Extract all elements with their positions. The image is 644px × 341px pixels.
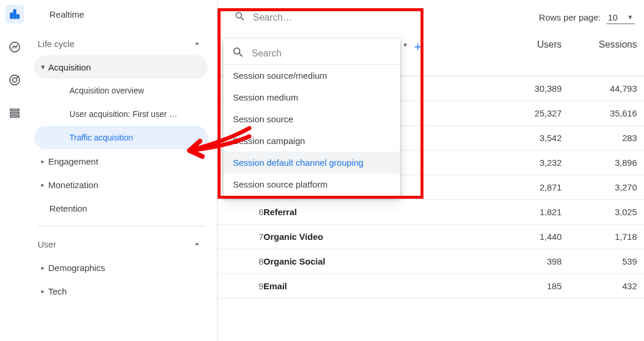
svg-rect-2 bbox=[17, 15, 19, 18]
rail-reports-icon[interactable] bbox=[5, 5, 24, 24]
svg-rect-1 bbox=[14, 10, 16, 19]
sidebar-section-label: Life cycle bbox=[38, 39, 191, 49]
svg-rect-0 bbox=[11, 13, 13, 18]
row-index: 8 bbox=[218, 249, 263, 274]
sidebar-section-user[interactable]: User bbox=[34, 232, 208, 256]
row-users: 1,821 bbox=[479, 200, 562, 225]
sidebar-section-life-cycle[interactable]: Life cycle bbox=[34, 32, 208, 55]
divider bbox=[38, 226, 204, 226]
sidebar-item-label: Monetization bbox=[48, 180, 203, 190]
rail-configure-icon[interactable] bbox=[5, 103, 24, 122]
left-rail bbox=[0, 0, 29, 341]
row-dimension: Organic Video bbox=[263, 225, 479, 249]
svg-rect-8 bbox=[11, 116, 19, 118]
row-sessions: 3,270 bbox=[562, 175, 644, 200]
sidebar-item-label: Acquisition bbox=[48, 62, 203, 72]
table-row[interactable]: 7Organic Video1,4401,718 bbox=[218, 225, 644, 249]
rows-per-page-label: Rows per page: bbox=[539, 12, 600, 22]
row-sessions: 432 bbox=[562, 274, 644, 299]
row-dimension: Email bbox=[263, 274, 479, 299]
caret-right-icon: ▸ bbox=[38, 264, 48, 272]
table-row[interactable]: 8Organic Social398539 bbox=[218, 249, 644, 274]
sidebar-item-monetization[interactable]: ▸ Monetization bbox=[34, 173, 208, 196]
dropdown-option[interactable]: Session source/medium bbox=[223, 65, 400, 86]
row-users: 2,871 bbox=[479, 175, 562, 200]
sidebar-item-label: Retention bbox=[49, 203, 203, 213]
sidebar-item-label: Acquisition overview bbox=[69, 86, 203, 95]
sidebar-item-label: User acquisition: First user … bbox=[69, 109, 203, 119]
dropdown-option[interactable]: Session source platform bbox=[223, 173, 400, 195]
sidebar-item-acq-overview[interactable]: Acquisition overview bbox=[34, 79, 208, 102]
row-users: 3,542 bbox=[479, 126, 562, 151]
table-search-input[interactable] bbox=[253, 12, 382, 23]
main-content: Rows per page: 10 ▼ Session default chan… bbox=[218, 0, 644, 341]
row-dimension: Organic Social bbox=[263, 249, 479, 274]
dropdown-option[interactable]: Session medium bbox=[223, 86, 400, 108]
sidebar-item-label: Traffic acquisition bbox=[69, 133, 203, 142]
sidebar-item-label: Realtime bbox=[49, 9, 203, 19]
column-header-sessions[interactable]: Sessions bbox=[562, 39, 644, 50]
row-dimension: Referral bbox=[263, 200, 479, 225]
row-users: 30,389 bbox=[479, 76, 562, 101]
caret-right-icon: ▸ bbox=[38, 287, 48, 295]
row-users: 398 bbox=[479, 249, 562, 274]
chevron-up-icon bbox=[191, 238, 203, 250]
svg-rect-7 bbox=[11, 112, 19, 114]
sidebar-section-label: User bbox=[38, 239, 191, 249]
search-icon bbox=[234, 11, 246, 24]
row-users: 1,440 bbox=[479, 225, 562, 249]
dropdown-option[interactable]: Session default channel grouping bbox=[223, 152, 400, 173]
row-index: 7 bbox=[218, 225, 263, 249]
svg-rect-6 bbox=[11, 109, 19, 111]
row-sessions: 3,896 bbox=[562, 151, 644, 175]
dimension-dropdown: Session source/mediumSession mediumSessi… bbox=[223, 39, 400, 198]
table-controls: Rows per page: 10 ▼ bbox=[218, 0, 644, 35]
dropdown-search-input[interactable] bbox=[252, 48, 392, 59]
rail-explore-icon[interactable] bbox=[5, 38, 24, 56]
table-row[interactable]: 9Email185432 bbox=[218, 274, 644, 299]
sidebar-item-demographics[interactable]: ▸ Demographics bbox=[34, 256, 208, 279]
dropdown-arrow-icon: ▼ bbox=[402, 42, 408, 48]
rows-per-page-picker[interactable]: Rows per page: 10 ▼ bbox=[539, 11, 635, 24]
sidebar-item-tech[interactable]: ▸ Tech bbox=[34, 279, 208, 303]
row-sessions: 35,616 bbox=[562, 101, 644, 126]
sidebar-item-acquisition[interactable]: ▼ Acquisition bbox=[34, 55, 208, 79]
caret-right-icon: ▸ bbox=[38, 158, 48, 165]
row-sessions: 3,025 bbox=[562, 200, 644, 225]
sidebar-item-label: Engagement bbox=[48, 156, 203, 166]
sidebar-item-engagement[interactable]: ▸ Engagement bbox=[34, 149, 208, 173]
search-icon bbox=[232, 46, 245, 61]
sidebar-item-user-acq[interactable]: User acquisition: First user … bbox=[34, 102, 208, 126]
caret-right-icon: ▸ bbox=[38, 181, 48, 189]
sidebar-item-realtime[interactable]: Realtime bbox=[34, 2, 208, 26]
table-row[interactable]: 6Referral1,8213,025 bbox=[218, 200, 644, 225]
rows-per-page-value: 10 bbox=[608, 12, 618, 22]
row-sessions: 539 bbox=[562, 249, 644, 274]
row-index: 9 bbox=[218, 274, 263, 299]
rail-advertising-icon[interactable] bbox=[5, 71, 24, 89]
dropdown-arrow-icon: ▼ bbox=[627, 14, 633, 21]
row-users: 3,232 bbox=[479, 151, 562, 175]
column-header-users[interactable]: Users bbox=[479, 39, 562, 50]
row-users: 25,327 bbox=[479, 101, 562, 126]
dropdown-option[interactable]: Session source bbox=[223, 108, 400, 130]
sidebar-item-retention[interactable]: Retention bbox=[34, 196, 208, 220]
chevron-up-icon bbox=[191, 38, 203, 49]
caret-down-icon: ▼ bbox=[38, 63, 48, 71]
row-users: 185 bbox=[479, 274, 562, 299]
row-index: 6 bbox=[218, 200, 263, 225]
row-sessions: 1,718 bbox=[562, 225, 644, 249]
row-sessions: 283 bbox=[562, 126, 644, 151]
row-sessions: 44,793 bbox=[562, 76, 644, 101]
sidebar: Realtime Life cycle ▼ Acquisition Acquis… bbox=[29, 0, 218, 341]
sidebar-item-label: Tech bbox=[48, 286, 203, 296]
sidebar-item-label: Demographics bbox=[48, 263, 203, 273]
add-dimension-button[interactable]: + bbox=[414, 39, 422, 55]
dropdown-option[interactable]: Session campaign bbox=[223, 130, 400, 152]
sidebar-item-traffic-acq[interactable]: Traffic acquisition bbox=[34, 126, 208, 149]
